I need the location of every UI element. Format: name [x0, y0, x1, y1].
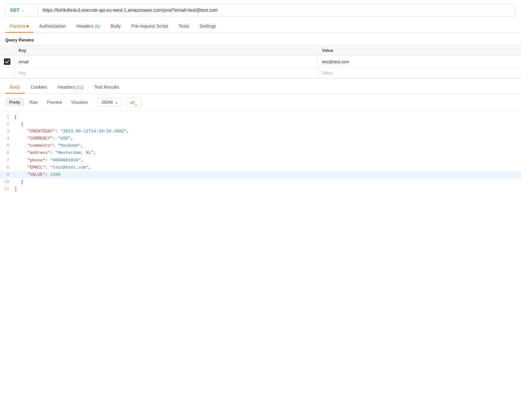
response-tab-headers[interactable]: Headers (11) — [53, 81, 88, 94]
tab-params[interactable]: Params — [5, 20, 33, 33]
param-new-key[interactable]: Key — [15, 68, 318, 78]
params-dot — [26, 25, 29, 27]
json-line-4: 4 "CURRENCY": "USD", — [0, 135, 521, 142]
request-tabs: Params Authorization Headers (6) Body Pr… — [0, 20, 521, 33]
col-key: Key — [15, 45, 318, 56]
col-checkbox — [0, 45, 15, 56]
tab-body[interactable]: Body — [106, 20, 126, 33]
param-new-value[interactable]: Value — [318, 68, 521, 78]
param-row-new: Key Value — [0, 68, 521, 78]
json-line-5: 5 "comments": "Macbook", — [0, 142, 521, 149]
json-line-10: 10 } — [0, 178, 521, 186]
http-method: GET — [10, 8, 20, 13]
tab-headers[interactable]: Headers (6) — [72, 20, 105, 33]
url-bar: GET ⌄ — [5, 4, 516, 16]
response-tab-cookies[interactable]: Cookies — [26, 81, 52, 94]
tab-tests[interactable]: Tests — [174, 20, 194, 33]
method-chevron-icon: ⌄ — [22, 8, 24, 12]
format-tab-raw[interactable]: Raw — [25, 98, 42, 107]
json-viewer: 1 [ 2 { 3 "CREATEDAT": "2023-09-12T14:16… — [0, 111, 521, 195]
param-new-checkbox-cell — [0, 68, 15, 78]
json-format-selector[interactable]: JSON ⌄ — [97, 98, 123, 107]
request-response-divider — [0, 78, 521, 79]
query-params-title: Query Params — [0, 33, 521, 45]
url-input[interactable] — [38, 4, 515, 16]
tab-authorization[interactable]: Authorization — [35, 20, 70, 33]
param-key-0[interactable]: email — [15, 56, 318, 68]
body-format-bar: Pretty Raw Preview Visualize JSON ⌄ ⇄⎯ — [0, 94, 521, 111]
json-format-chevron-icon: ⌄ — [115, 100, 118, 105]
format-tab-pretty[interactable]: Pretty — [5, 98, 24, 107]
method-selector[interactable]: GET ⌄ — [6, 4, 38, 16]
response-tabs: Body Cookies Headers (11) Test Results — [0, 81, 521, 94]
param-value-0[interactable]: test@test.com — [318, 56, 521, 68]
json-line-9: 9 "VALUE": 2499 — [0, 171, 521, 178]
param-checkbox-cell[interactable] — [0, 56, 15, 68]
tab-settings[interactable]: Settings — [195, 20, 221, 33]
json-line-8: 8 "EMAIL": "test@test.com", — [0, 164, 521, 171]
format-tab-visualize[interactable]: Visualize — [67, 98, 92, 107]
wrap-lines-button[interactable]: ⇄⎯ — [127, 97, 141, 107]
json-line-7: 7 "phone": "0600001010", — [0, 157, 521, 164]
response-tab-body[interactable]: Body — [5, 81, 25, 94]
json-line-2: 2 { — [0, 121, 521, 128]
params-table: Key Value email test@test.com Key — [0, 45, 521, 78]
json-format-label: JSON — [101, 100, 113, 105]
response-tab-test-results[interactable]: Test Results — [89, 81, 123, 94]
json-line-6: 6 "address": "Amsterdam, NL", — [0, 149, 521, 157]
format-tab-preview[interactable]: Preview — [43, 98, 66, 107]
json-line-3: 3 "CREATEDAT": "2023-09-12T14:16:28.458Z… — [0, 128, 521, 135]
param-row-0: email test@test.com — [0, 56, 521, 68]
json-line-1: 1 [ — [0, 113, 521, 121]
tab-prerequest[interactable]: Pre-request Script — [127, 20, 173, 33]
param-checkbox[interactable] — [4, 58, 10, 65]
json-line-11: 11 ] — [0, 186, 521, 193]
wrap-icon: ⇄⎯ — [130, 99, 138, 105]
col-value: Value — [318, 45, 521, 56]
